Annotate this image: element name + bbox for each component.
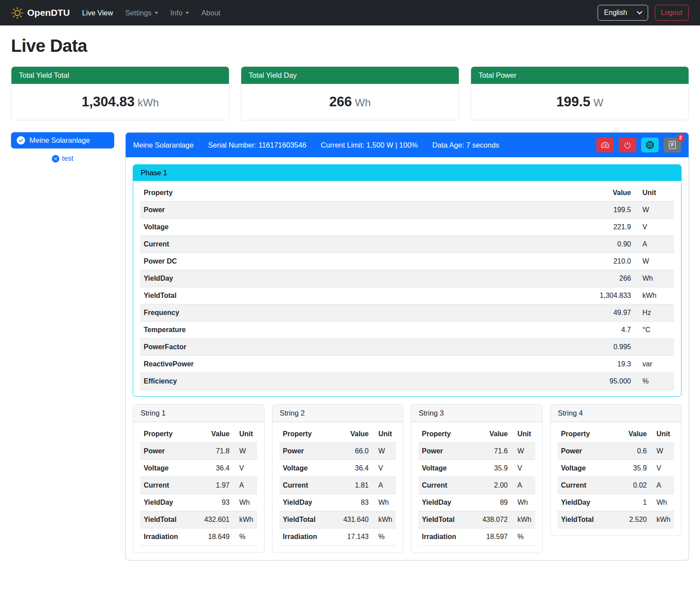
table-row: Power 71.8 W (140, 443, 257, 460)
row-unit: A (650, 477, 674, 494)
row-value: 71.6 (471, 443, 511, 460)
nav-item-live-view[interactable]: Live View (82, 9, 113, 17)
inverter-select-button[interactable]: Meine Solaranlage (11, 132, 114, 148)
table-header-row: Property Value Unit (418, 426, 535, 443)
summary-card-unit: kWh (138, 97, 159, 109)
string-card-title: String 1 (133, 405, 264, 422)
row-value: 18.649 (192, 528, 233, 546)
language-select[interactable]: English (598, 5, 648, 21)
logout-button[interactable]: Logout (655, 5, 689, 21)
row-unit: kWh (233, 511, 257, 528)
row-unit: kWh (635, 287, 674, 304)
row-property: Frequency (140, 304, 436, 322)
summary-card-body: 199.5W (471, 84, 689, 120)
table-row: Power 0.6 W (558, 443, 675, 460)
page-title: Live Data (11, 36, 689, 56)
row-value: 438.072 (471, 511, 511, 528)
row-unit: V (650, 460, 674, 477)
summary-card-value: 266 (329, 94, 352, 109)
table-header-row: Property Value Unit (140, 426, 257, 443)
row-value: 49.97 (436, 304, 635, 322)
table-row: ReactivePower 19.3 var (140, 356, 674, 373)
nav-item-info[interactable]: Info (170, 9, 189, 17)
table-row: Voltage 36.4 V (140, 460, 257, 477)
summary-card: Total Yield Day 266Wh (241, 66, 459, 120)
power-settings-button[interactable] (619, 137, 636, 152)
row-property: Irradiation (418, 528, 471, 546)
col-header-property: Property (140, 185, 436, 202)
summary-card-body: 266Wh (241, 84, 459, 120)
nav-right: English Logout (598, 5, 689, 21)
string-table-wrap: Property Value Unit Power 71.8 W Voltage… (133, 422, 264, 553)
row-value: 1 (614, 494, 650, 511)
inverter-select-link[interactable]: test (11, 155, 114, 163)
summary-card-value: 199.5 (556, 94, 591, 109)
event-log-button[interactable]: 2 (664, 137, 681, 152)
row-unit: % (372, 528, 396, 546)
cpu-icon (646, 141, 654, 149)
table-row: Current 0.02 A (558, 477, 675, 494)
row-unit: W (511, 443, 535, 460)
string-card-title: String 3 (411, 405, 542, 422)
row-property: YieldDay (140, 270, 436, 287)
nav-item-settings[interactable]: Settings (125, 9, 158, 17)
col-header-unit: Unit (372, 426, 396, 443)
row-value: 66.0 (331, 443, 372, 460)
table-row: Current 0.90 A (140, 236, 674, 253)
check-circle-icon (17, 136, 25, 145)
row-unit (635, 339, 674, 356)
table-row: Power DC 210.0 W (140, 253, 674, 270)
phase-card: Phase 1 Property Value Unit Power 199.5 … (133, 164, 682, 397)
table-row: YieldDay 83 Wh (279, 494, 396, 511)
summary-card-unit: W (593, 97, 603, 109)
row-unit: W (635, 202, 674, 219)
table-header-row: Property Value Unit (279, 426, 396, 443)
row-unit: V (635, 219, 674, 236)
device-info-button[interactable] (641, 137, 659, 152)
sun-icon (11, 7, 23, 19)
row-value: 210.0 (436, 253, 635, 270)
row-property: Power (418, 443, 471, 460)
table-row: Current 1.81 A (279, 477, 396, 494)
inverter-name-label: test (62, 155, 73, 163)
data-table: Property Value Unit Power 71.8 W Voltage… (140, 426, 257, 546)
row-property: Current (558, 477, 614, 494)
nav-item-about[interactable]: About (201, 9, 220, 17)
journal-icon (668, 141, 676, 149)
row-unit: % (635, 373, 674, 390)
limit-settings-button[interactable] (596, 137, 614, 152)
row-property: Voltage (279, 460, 332, 477)
table-row: Voltage 36.4 V (279, 460, 396, 477)
row-value: 432.601 (192, 511, 233, 528)
table-row: Frequency 49.97 Hz (140, 304, 674, 322)
row-unit: Wh (372, 494, 396, 511)
string-card: String 4 Property Value Unit Power 0.6 W… (550, 404, 682, 536)
row-value: 36.4 (331, 460, 372, 477)
inverter-panel-header: Meine Solaranlage Serial Number: 1161716… (126, 133, 689, 157)
row-property: Voltage (140, 460, 192, 477)
page-container: Live Data Total Yield Total 1,304.83kWh … (0, 25, 700, 575)
row-value: 36.4 (192, 460, 233, 477)
row-property: YieldDay (418, 494, 471, 511)
row-value: 1,304.833 (436, 287, 635, 304)
table-row: YieldTotal 431.640 kWh (279, 511, 396, 528)
col-header-property: Property (418, 426, 471, 443)
row-unit: A (635, 236, 674, 253)
speedometer-icon (601, 141, 609, 149)
brand-logo[interactable]: OpenDTU (11, 7, 70, 19)
row-property: Power (558, 443, 614, 460)
row-value: 0.995 (436, 339, 635, 356)
row-value: 0.6 (614, 443, 650, 460)
row-value: 199.5 (436, 202, 635, 219)
summary-card-body: 1,304.83kWh (11, 84, 229, 120)
phase-card-title: Phase 1 (133, 165, 681, 181)
x-circle-icon (52, 155, 59, 163)
table-header-row: Property Value Unit (558, 426, 675, 443)
row-property: Efficiency (140, 373, 436, 390)
row-unit: V (372, 460, 396, 477)
row-unit: V (233, 460, 257, 477)
row-value: 19.3 (436, 356, 635, 373)
row-property: Current (418, 477, 471, 494)
table-row: Power 66.0 W (279, 443, 396, 460)
row-value: 35.9 (614, 460, 650, 477)
